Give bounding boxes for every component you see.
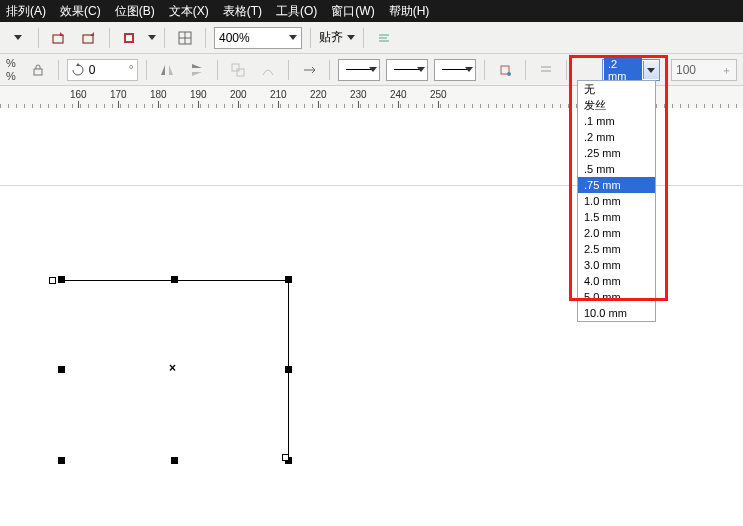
opacity-box[interactable]: 100 ＋ [671,59,737,81]
main-toolbar: 400% 贴齐 [0,22,743,54]
outline-width-select[interactable]: .2 mm [602,59,660,81]
menu-table[interactable]: 表格(T) [223,3,262,20]
width-option[interactable]: 10.0 mm [578,305,655,321]
export-icon[interactable] [77,26,101,50]
line-dash-style[interactable] [386,59,428,81]
width-option[interactable]: 无 [578,81,655,97]
handle-ne[interactable] [285,276,292,283]
menu-effects[interactable]: 效果(C) [60,3,101,20]
menu-text[interactable]: 文本(X) [169,3,209,20]
percent-icon: %% [6,57,16,82]
menu-window[interactable]: 窗口(W) [331,3,374,20]
width-option[interactable]: .5 mm [578,161,655,177]
width-option[interactable]: 4.0 mm [578,273,655,289]
outline-width-dropdown-button[interactable] [643,61,659,79]
menu-bar: 排列(A) 效果(C) 位图(B) 文本(X) 表格(T) 工具(O) 窗口(W… [0,0,743,22]
width-option[interactable]: 2.5 mm [578,241,655,257]
menu-arrange[interactable]: 排列(A) [6,3,46,20]
width-option[interactable]: 1.0 mm [578,193,655,209]
line-start-style[interactable] [338,59,380,81]
mirror-v-icon[interactable] [185,58,209,82]
ungroup-icon[interactable] [226,58,250,82]
plus-icon: ＋ [721,63,732,78]
wrap-text-icon[interactable] [493,58,517,82]
svg-rect-10 [34,69,42,75]
handle-sw[interactable] [58,457,65,464]
handle-e[interactable] [285,366,292,373]
svg-rect-0 [53,35,63,43]
snap-dropdown-icon[interactable] [347,35,355,40]
line-end-style[interactable] [434,59,476,81]
options-icon[interactable] [372,26,396,50]
menu-tools[interactable]: 工具(O) [276,3,317,20]
width-option[interactable]: 1.5 mm [578,209,655,225]
publish-dropdown-icon[interactable] [148,35,156,40]
width-option[interactable]: .75 mm [578,177,655,193]
rotation-value[interactable] [87,62,127,78]
svg-rect-16 [541,70,551,72]
svg-rect-1 [83,35,93,43]
handle-w[interactable] [58,366,65,373]
width-option[interactable]: 发丝 [578,97,655,113]
rotation-input[interactable]: ° [67,59,138,81]
toolbar-dropdown-icon[interactable] [6,26,30,50]
handle-n[interactable] [171,276,178,283]
width-option[interactable]: .25 mm [578,145,655,161]
svg-rect-12 [237,69,244,76]
grid-icon[interactable] [173,26,197,50]
handle-nw[interactable] [58,276,65,283]
zoom-select[interactable]: 400% [214,27,302,49]
lock-ratio-icon[interactable] [26,58,50,82]
outline-width-dropdown[interactable]: 无发丝.1 mm.2 mm.25 mm.5 mm.75 mm1.0 mm1.5 … [577,80,656,322]
menu-help[interactable]: 帮助(H) [389,3,430,20]
svg-point-14 [507,72,511,76]
selected-shape[interactable]: × [58,276,292,464]
zoom-value: 400% [219,31,250,45]
opacity-value: 100 [676,63,696,77]
width-option[interactable]: 2.0 mm [578,225,655,241]
node-end[interactable] [282,454,289,461]
rotate-icon [71,63,85,77]
width-option[interactable]: .2 mm [578,129,655,145]
svg-rect-11 [232,64,239,71]
width-option[interactable]: 5.0 mm [578,289,655,305]
svg-rect-3 [126,35,132,41]
width-option[interactable]: 3.0 mm [578,257,655,273]
publish-pdf-icon[interactable] [118,26,142,50]
chevron-down-icon [289,35,297,40]
rotation-unit: ° [129,63,134,77]
align-icon[interactable] [534,58,558,82]
import-icon[interactable] [47,26,71,50]
close-path-icon[interactable] [297,58,321,82]
center-marker[interactable]: × [169,361,176,375]
snap-label[interactable]: 贴齐 [319,29,343,46]
svg-rect-15 [541,66,551,68]
handle-s[interactable] [171,457,178,464]
menu-bitmap[interactable]: 位图(B) [115,3,155,20]
width-option[interactable]: .1 mm [578,113,655,129]
mirror-h-icon[interactable] [155,58,179,82]
edit-path-icon[interactable] [256,58,280,82]
node-start[interactable] [49,277,56,284]
